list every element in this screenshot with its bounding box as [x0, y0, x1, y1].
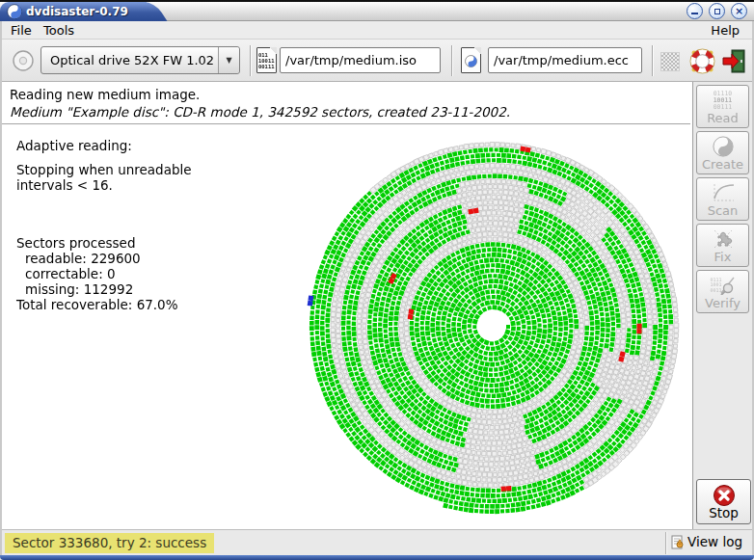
toolbar-separator	[250, 45, 252, 76]
window-bottom-edge	[0, 555, 754, 560]
page-fold	[474, 47, 481, 54]
view-log-button[interactable]: View log	[671, 534, 742, 549]
close-button[interactable]: ×	[731, 3, 747, 19]
missing-count: missing: 112992	[16, 281, 192, 297]
medium-info-line: Medium "Example disc": CD-R mode 1, 3425…	[10, 104, 510, 120]
fix-button-label: Fix	[697, 250, 748, 264]
toolbar: Optical drive 52X FW 1.02 ▼ 011 10011 00…	[2, 40, 752, 82]
window-left-edge	[0, 2, 2, 555]
menu-tools[interactable]: Tools	[39, 22, 79, 39]
read-button[interactable]: 01110 10011 00111 Read	[696, 85, 749, 128]
binary-read-icon: 01110 10011 00111	[697, 89, 748, 112]
exit-door-icon	[721, 48, 746, 74]
create-button[interactable]: Create	[696, 131, 749, 174]
sector-status-message: Sector 333680, try 2: success	[5, 533, 214, 553]
app-window: dvdisaster-0.79 × File Tools Help Optica…	[0, 0, 754, 560]
chevron-down-icon: ▼	[218, 47, 239, 73]
action-sidebar: 01110 10011 00111 Read Create	[692, 82, 752, 529]
view-log-label: View log	[687, 534, 742, 549]
statusbar-separator	[665, 532, 667, 554]
scan-button-label: Scan	[697, 203, 748, 218]
stop-icon	[697, 484, 750, 507]
status-heading: Reading new medium image.	[10, 87, 200, 102]
correctable-count: correctable: 0	[16, 266, 192, 281]
drive-disc-icon[interactable]	[10, 47, 37, 74]
stop-button-label: Stop	[697, 505, 750, 520]
stop-button[interactable]: Stop	[696, 479, 751, 524]
preferences-button[interactable]	[659, 50, 682, 73]
verify-compare-icon: 0111 1001 0011	[697, 274, 748, 297]
readable-count: readable: 229600	[16, 251, 192, 266]
yinyang-glyph	[465, 55, 477, 67]
drive-selector[interactable]: Optical drive 52X FW 1.02 ▼	[40, 46, 240, 74]
toolbar-separator	[451, 45, 453, 76]
main-content: Reading new medium image. Medium "Exampl…	[2, 82, 752, 529]
help-button[interactable]	[688, 47, 715, 74]
statusbar: Sector 333680, try 2: success View log	[2, 529, 752, 555]
app-yinyang-icon	[7, 4, 22, 19]
preferences-icon-disabled	[660, 52, 680, 71]
sectors-processed-title: Sectors processed	[16, 235, 192, 251]
horizontal-separator	[2, 123, 690, 125]
stopping-rule-line2: intervals < 16.	[16, 177, 192, 193]
drive-selector-value: Optical drive 52X FW 1.02	[41, 53, 218, 67]
quit-button[interactable]	[720, 47, 747, 74]
puzzle-fix-icon	[697, 227, 748, 251]
create-button-label: Create	[697, 157, 748, 172]
minimize-button[interactable]	[687, 3, 703, 19]
stopping-rule-line1: Stopping when unreadable	[16, 162, 192, 177]
maximize-button[interactable]	[709, 3, 725, 19]
menu-help[interactable]: Help	[706, 22, 744, 39]
image-file-input[interactable]: /var/tmp/medium.iso	[280, 47, 441, 73]
lifebuoy-icon	[689, 48, 715, 74]
total-recoverable: Total recoverable: 67.0%	[16, 297, 192, 312]
verify-button-label: Verify	[697, 296, 748, 310]
menu-file[interactable]: File	[6, 22, 37, 39]
ecc-file-icon	[461, 47, 481, 73]
scan-curve-icon	[697, 181, 748, 204]
ecc-file-input[interactable]: /var/tmp/medium.ecc	[488, 47, 642, 73]
image-file-icon: 011 10011 00111	[256, 47, 277, 73]
read-button-label: Read	[697, 111, 748, 125]
verify-button[interactable]: 0111 1001 0011 Verify	[696, 270, 749, 313]
reading-mode-label: Adaptive reading:	[16, 138, 192, 153]
reading-info-panel: Adaptive reading: Stopping when unreadab…	[16, 138, 192, 312]
window-title: dvdisaster-0.79	[26, 5, 128, 18]
yinyang-create-icon	[697, 135, 748, 158]
scan-button[interactable]: Scan	[696, 177, 749, 221]
titlebar[interactable]: dvdisaster-0.79 ×	[0, 2, 754, 21]
fix-button[interactable]: Fix	[696, 224, 749, 267]
window-top-edge	[0, 0, 754, 2]
menubar: File Tools Help	[2, 21, 752, 40]
log-document-icon	[671, 535, 685, 549]
toolbar-separator	[652, 45, 654, 76]
